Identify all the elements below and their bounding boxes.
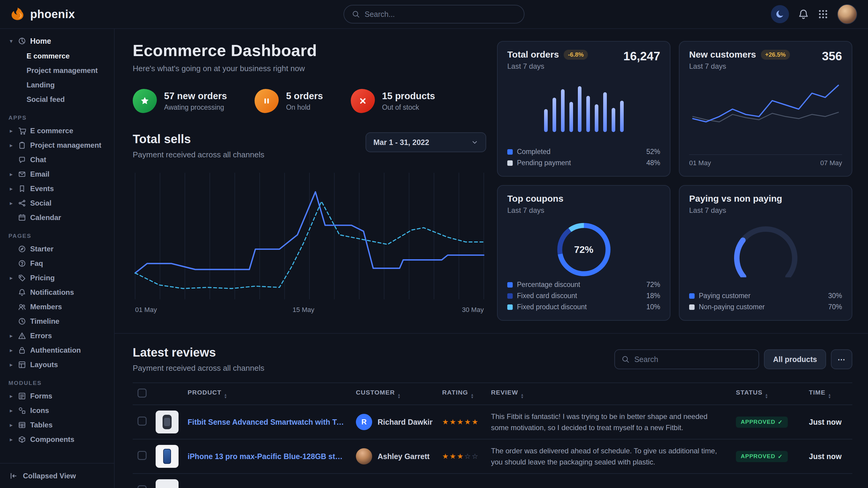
change-badge: +26.5% xyxy=(761,50,790,60)
global-search[interactable] xyxy=(343,5,525,24)
sort-icon: ▲▼ xyxy=(521,393,524,399)
date-range-select[interactable]: Mar 1 - 31, 2022 xyxy=(366,132,486,152)
stat-out-of-stock: 15 productsOut of stock xyxy=(351,89,435,113)
main-content: Ecommerce Dashboard Here's what's going … xyxy=(115,29,868,488)
shapes-icon xyxy=(18,406,26,415)
sidebar-item-faq[interactable]: Faq xyxy=(8,256,109,271)
table-icon xyxy=(18,421,26,429)
card-new-customers: New customers +26.5% Last 7 days 356 01 … xyxy=(679,41,852,176)
status-badge: APPROVED ✓ xyxy=(736,417,788,428)
sidebar-item-icons[interactable]: ▸Icons xyxy=(8,403,109,418)
sidebar-subitem-e-commerce[interactable]: E commerce xyxy=(27,49,109,63)
status-check-icon: ✓ xyxy=(778,453,783,460)
column-header-customer[interactable]: CUSTOMER▲▼ xyxy=(351,383,437,405)
page-subtitle: Here's what's going on at your business … xyxy=(133,64,486,73)
stat-on-hold: 5 ordersOn hold xyxy=(254,89,323,113)
kpi-cards: Total orders -6.8% Last 7 days 16,247 Co… xyxy=(497,41,852,321)
apps-grid-button[interactable] xyxy=(818,9,828,19)
sidebar-item-pricing[interactable]: ▸Pricing xyxy=(8,271,109,285)
reviews-search-input[interactable] xyxy=(634,355,752,364)
select-all-checkbox[interactable] xyxy=(137,389,147,398)
brand-name: phoenix xyxy=(30,8,75,21)
product-link[interactable]: iPhone 13 pro max-Pacific Blue-128GB sto… xyxy=(188,452,346,461)
order-bar xyxy=(612,108,615,132)
sidebar-item-members[interactable]: Members xyxy=(8,300,109,314)
column-header-rating[interactable]: RATING▲▼ xyxy=(437,383,486,405)
sidebar-item-chat[interactable]: Chat xyxy=(8,153,109,167)
pause-icon xyxy=(262,96,272,106)
reviews-search[interactable] xyxy=(614,349,759,369)
sidebar-section-label: APPS xyxy=(8,115,109,121)
legend-row: Paying customer30% xyxy=(689,292,842,300)
user-avatar[interactable] xyxy=(837,4,857,24)
theme-toggle-button[interactable] xyxy=(771,5,789,23)
more-options-button[interactable]: ⋯ xyxy=(831,349,852,369)
order-bar xyxy=(620,101,624,132)
clipboard-icon xyxy=(18,141,26,149)
row-checkbox[interactable] xyxy=(137,485,147,488)
sidebar-item-calendar[interactable]: Calendar xyxy=(8,210,109,225)
sidebar-section-label: PAGES xyxy=(8,233,109,239)
sidebar-item-events[interactable]: ▸Events xyxy=(8,182,109,196)
lock-icon xyxy=(18,346,26,354)
notifications-button[interactable] xyxy=(798,9,809,20)
sidebar-item-starter[interactable]: Starter xyxy=(8,242,109,256)
column-header-product[interactable]: PRODUCT▲▼ xyxy=(183,383,351,405)
sidebar: ▾HomeE commerceProject managementLanding… xyxy=(0,29,115,488)
dashboard-left-column: Ecommerce Dashboard Here's what's going … xyxy=(133,41,486,321)
column-header-time[interactable]: TIME▲▼ xyxy=(804,383,852,405)
topbar-actions xyxy=(771,4,857,24)
product-thumbnail[interactable] xyxy=(156,411,179,433)
product-thumbnail[interactable] xyxy=(156,479,179,488)
sidebar-item-social[interactable]: ▸Social xyxy=(8,196,109,210)
review-row: iPhone 13 pro max-Pacific Blue-128GB sto… xyxy=(133,439,852,474)
svg-text:01 May: 01 May xyxy=(135,306,157,314)
sidebar-item-forms[interactable]: ▸Forms xyxy=(8,389,109,403)
sidebar-item-timeline[interactable]: Timeline xyxy=(8,314,109,329)
brand[interactable]: phoenix xyxy=(10,6,75,22)
legend-swatch xyxy=(689,293,694,299)
chevron-down-icon xyxy=(471,139,478,146)
total-orders-legend: Completed52%Pending payment48% xyxy=(507,148,660,168)
product-link[interactable]: Fitbit Sense Advanced Smartwatch with To… xyxy=(188,418,346,426)
row-checkbox[interactable] xyxy=(137,451,147,460)
total-orders-value: 16,247 xyxy=(623,50,660,63)
svg-text:15 May: 15 May xyxy=(292,306,314,314)
sidebar-item-components[interactable]: ▸Components xyxy=(8,432,109,447)
search-icon xyxy=(622,355,629,363)
warning-icon xyxy=(18,332,26,340)
column-header-review[interactable]: REVIEW▲▼ xyxy=(486,383,731,405)
product-thumbnail[interactable] xyxy=(156,445,179,468)
sidebar-subitem-social-feed[interactable]: Social feed xyxy=(27,92,109,107)
row-checkbox[interactable] xyxy=(137,417,147,426)
sidebar-item-e-commerce[interactable]: ▸E commerce xyxy=(8,124,109,138)
box-icon xyxy=(18,435,26,444)
sidebar-item-email[interactable]: ▸Email xyxy=(8,167,109,182)
all-products-button[interactable]: All products xyxy=(764,349,826,369)
sidebar-item-project-management[interactable]: ▸Project management xyxy=(8,138,109,153)
reviews-table: PRODUCT▲▼CUSTOMER▲▼RATING▲▼REVIEW▲▼STATU… xyxy=(133,383,852,488)
column-header-status[interactable]: STATUS▲▼ xyxy=(731,383,804,405)
status-check-icon: ✓ xyxy=(778,419,783,426)
sidebar-item-tables[interactable]: ▸Tables xyxy=(8,418,109,432)
customer-cell[interactable]: RRichard Dawkins xyxy=(356,414,433,430)
users-icon xyxy=(18,303,26,311)
new-customers-value: 356 xyxy=(822,50,842,63)
sidebar-item-authentication[interactable]: ▸Authentication xyxy=(8,343,109,357)
sidebar-item-home[interactable]: ▾Home xyxy=(8,34,109,48)
card-title: Paying vs non paying xyxy=(689,194,782,204)
global-search-input[interactable] xyxy=(365,10,516,19)
new-customers-axis: 01 May 07 May xyxy=(689,154,842,168)
sidebar-subitem-landing[interactable]: Landing xyxy=(27,78,109,92)
question-icon xyxy=(18,260,26,267)
sidebar-subitem-project-management[interactable]: Project management xyxy=(27,63,109,78)
sidebar-item-notifications[interactable]: Notifications xyxy=(8,285,109,300)
svg-text:30 May: 30 May xyxy=(462,306,484,314)
collapsed-view-toggle[interactable]: Collapsed View xyxy=(0,463,114,488)
customer-cell[interactable]: Ashley Garrett xyxy=(356,448,433,464)
customer-avatar: R xyxy=(356,414,372,430)
card-top-coupons: Top coupons Last 7 days 72% Percentage d… xyxy=(497,185,671,321)
sidebar-item-errors[interactable]: ▸Errors xyxy=(8,329,109,343)
sidebar-item-layouts[interactable]: ▸Layouts xyxy=(8,357,109,372)
legend-swatch xyxy=(689,304,694,310)
